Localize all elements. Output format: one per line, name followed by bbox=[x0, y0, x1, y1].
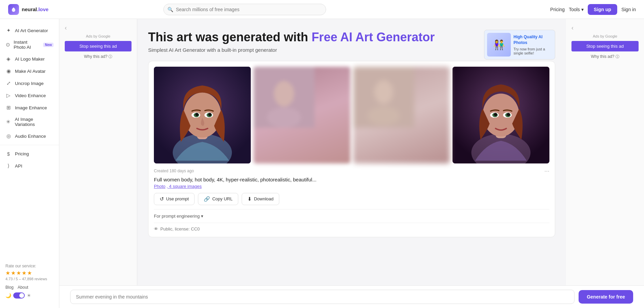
eye-icon: 👁 bbox=[154, 226, 158, 232]
info-icon-right: ⓘ bbox=[616, 54, 619, 59]
image-4[interactable] bbox=[452, 67, 549, 163]
pricing-icon: $ bbox=[5, 151, 12, 157]
left-why-ad[interactable]: Why this ad? ⓘ bbox=[65, 54, 132, 59]
download-button[interactable]: ⬇ Download bbox=[242, 193, 279, 205]
sidebar-links: Blog About bbox=[5, 285, 54, 290]
sidebar-item-api[interactable]: ⟩ API bbox=[0, 160, 59, 172]
logo-icon bbox=[8, 4, 19, 15]
center-content: 👫 High Quality AI Photos Try now from ju… bbox=[137, 19, 566, 308]
theme-toggle: 🌙 ☀ bbox=[5, 292, 54, 299]
rate-count: 4.73 / 5 – 47,898 reviews bbox=[5, 277, 54, 281]
star-rating[interactable]: ★ ★ ★ ★ ★ bbox=[5, 270, 54, 276]
sidebar-divider bbox=[0, 145, 59, 145]
nav-pricing[interactable]: Pricing bbox=[550, 7, 565, 12]
camera-icon: ⊙ bbox=[5, 42, 10, 48]
api-icon: ⟩ bbox=[5, 163, 12, 169]
generate-input[interactable] bbox=[70, 290, 575, 304]
about-link[interactable]: About bbox=[18, 285, 28, 290]
search-input[interactable] bbox=[163, 4, 326, 15]
variations-icon: ✳ bbox=[5, 119, 12, 125]
generate-button[interactable]: Generate for free bbox=[579, 290, 633, 304]
download-icon: ⬇ bbox=[247, 196, 252, 202]
search-icon: 🔍 bbox=[167, 7, 173, 12]
left-ad-label: Ads by Google bbox=[65, 34, 132, 38]
sidebar-item-pricing[interactable]: $ Pricing bbox=[0, 148, 59, 160]
sidebar-item-uncrop-image[interactable]: ⤢ Uncrop Image bbox=[0, 77, 59, 89]
right-stop-ad-button[interactable]: Stop seeing this ad bbox=[571, 41, 639, 51]
sparkle-icon: ✦ bbox=[5, 27, 12, 34]
use-prompt-button[interactable]: ↺ Use prompt bbox=[154, 193, 195, 205]
logo-text: neural.love bbox=[22, 6, 48, 12]
nav-tools[interactable]: Tools ▾ bbox=[569, 7, 584, 12]
audio-icon: ◎ bbox=[5, 133, 12, 139]
search-bar: 🔍 bbox=[163, 4, 326, 15]
uncrop-icon: ⤢ bbox=[5, 80, 12, 86]
image-1[interactable] bbox=[154, 67, 251, 163]
svg-point-0 bbox=[13, 8, 14, 9]
inline-ad-banner[interactable]: 👫 High Quality AI Photos Try now from ju… bbox=[484, 30, 555, 60]
ad-banner-subtitle: Try now from just a single selfie! bbox=[514, 47, 552, 55]
signup-button[interactable]: Sign up bbox=[588, 4, 617, 15]
license-info: 👁 Public, license: CC0 bbox=[154, 226, 549, 232]
prompt-engineering-toggle[interactable]: For prompt engineering ▾ bbox=[154, 212, 203, 220]
middle-area: ‹ Ads by Google Stop seeing this ad Why … bbox=[59, 19, 644, 308]
generate-bar: Generate for free bbox=[59, 285, 644, 308]
moon-icon: 🌙 bbox=[5, 293, 11, 298]
sidebar-item-instant-photo-ai[interactable]: ⊙ Instant Photo AI New bbox=[0, 37, 59, 53]
logo[interactable]: neural.love bbox=[8, 4, 48, 15]
svg-rect-14 bbox=[254, 67, 315, 128]
sidebar-item-make-ai-avatar[interactable]: ◉ Make AI Avatar bbox=[0, 65, 59, 77]
ad-banner-image: 👫 bbox=[487, 33, 511, 57]
svg-point-26 bbox=[494, 113, 497, 116]
image-enhance-icon: ⊞ bbox=[5, 105, 12, 111]
video-icon: ▷ bbox=[5, 92, 12, 98]
sidebar-item-ai-image-variations[interactable]: ✳ AI Image Variations bbox=[0, 114, 59, 130]
svg-point-17 bbox=[367, 106, 400, 125]
use-prompt-icon: ↺ bbox=[160, 196, 164, 202]
sidebar: ✦ AI Art Generator ⊙ Instant Photo AI Ne… bbox=[0, 19, 59, 308]
divider2 bbox=[154, 223, 549, 223]
more-options-button[interactable]: ··· bbox=[544, 168, 549, 175]
divider bbox=[154, 209, 549, 210]
avatar-icon: ◉ bbox=[5, 68, 12, 74]
sidebar-item-video-enhance[interactable]: ▷ Video Enhance bbox=[0, 89, 59, 102]
art-type: Photo , 4 square images bbox=[154, 184, 549, 189]
svg-point-9 bbox=[195, 113, 199, 116]
ad-banner-title: High Quality AI Photos bbox=[514, 34, 552, 46]
right-ad-panel: ‹ Ads by Google Stop seeing this ad Why … bbox=[566, 19, 644, 308]
left-ad-panel: ‹ Ads by Google Stop seeing this ad Why … bbox=[59, 19, 137, 308]
sidebar-item-ai-logo-maker[interactable]: ◈ AI Logo Maker bbox=[0, 53, 59, 65]
signin-button[interactable]: Sign in bbox=[621, 7, 636, 12]
left-back-arrow[interactable]: ‹ bbox=[65, 24, 132, 31]
sun-icon: ☀ bbox=[27, 293, 31, 298]
svg-point-4 bbox=[183, 92, 221, 137]
chevron-down-icon: ▾ bbox=[201, 214, 203, 219]
sidebar-item-audio-enhance[interactable]: ◎ Audio Enhance bbox=[0, 130, 59, 142]
image-grid bbox=[154, 67, 549, 163]
image-3[interactable] bbox=[353, 67, 450, 163]
main-layout: ✦ AI Art Generator ⊙ Instant Photo AI Ne… bbox=[0, 19, 644, 308]
created-date: Created 180 days ago bbox=[154, 169, 194, 173]
sidebar-item-image-enhance[interactable]: ⊞ Image Enhance bbox=[0, 102, 59, 114]
blog-link[interactable]: Blog bbox=[5, 285, 14, 290]
svg-point-10 bbox=[208, 113, 212, 116]
art-card: Created 180 days ago ··· Full women body… bbox=[148, 61, 555, 237]
art-actions: ↺ Use prompt 🔗 Copy URL ⬇ Download bbox=[154, 193, 549, 205]
rate-label: Rate our service: bbox=[5, 264, 54, 268]
sidebar-bottom: Rate our service: ★ ★ ★ ★ ★ 4.73 / 5 – 4… bbox=[0, 260, 59, 303]
right-back-arrow[interactable]: ‹ bbox=[571, 24, 639, 31]
logo-maker-icon: ◈ bbox=[5, 56, 12, 62]
right-why-ad[interactable]: Why this ad? ⓘ bbox=[571, 54, 639, 59]
art-type-link[interactable]: Photo bbox=[154, 184, 165, 189]
copy-url-button[interactable]: 🔗 Copy URL bbox=[198, 193, 238, 205]
art-prompt: Full women body, hot body, 4K, hyper-rea… bbox=[154, 177, 549, 182]
image-2[interactable] bbox=[254, 67, 350, 163]
nav-right: Pricing Tools ▾ Sign up Sign in bbox=[550, 4, 636, 15]
theme-toggle-switch[interactable] bbox=[13, 292, 25, 299]
top-nav: neural.love 🔍 Pricing Tools ▾ Sign up Si… bbox=[0, 0, 644, 19]
left-stop-ad-button[interactable]: Stop seeing this ad bbox=[65, 41, 132, 51]
right-ad-label: Ads by Google bbox=[571, 34, 639, 38]
chevron-down-icon: ▾ bbox=[581, 7, 584, 12]
svg-point-16 bbox=[374, 80, 393, 104]
sidebar-item-ai-art-generator[interactable]: ✦ AI Art Generator bbox=[0, 24, 59, 37]
